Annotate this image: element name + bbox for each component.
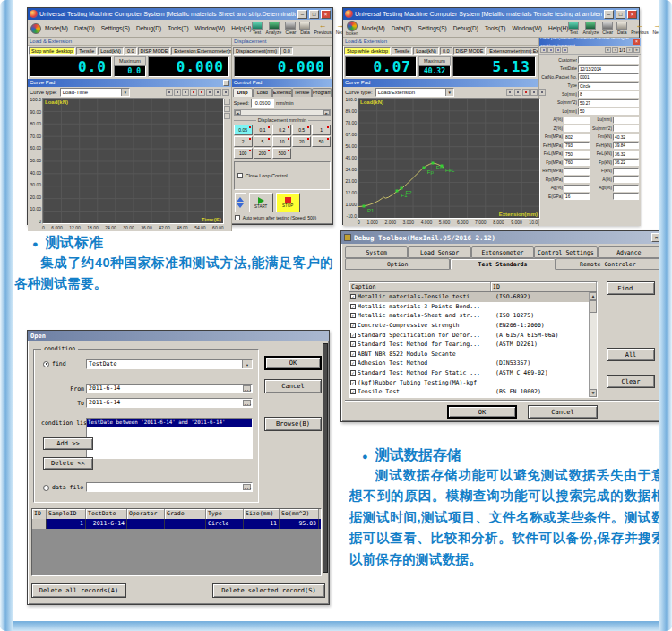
checkbox-icon[interactable]: ✓	[350, 389, 356, 394]
speed-scrollbar[interactable]: ◄►	[234, 109, 331, 116]
tool-icon[interactable]	[224, 99, 230, 105]
speed-button-8[interactable]: 20	[292, 136, 311, 147]
maximize-button[interactable]	[616, 10, 625, 19]
browse-file-icon[interactable]	[243, 484, 251, 490]
checkbox-icon[interactable]: ✓	[350, 351, 356, 357]
date-picker-icon[interactable]	[243, 400, 251, 406]
tab-3[interactable]: Control Settings	[534, 246, 597, 258]
toolbar-button-clear[interactable]: Clear	[602, 22, 613, 35]
toolbar-button-test[interactable]: Test	[568, 22, 579, 35]
tab-1[interactable]: Test Standards	[450, 258, 555, 270]
checkbox-icon[interactable]: ✓	[350, 370, 356, 376]
data-file-radio[interactable]	[43, 485, 49, 491]
titlebar[interactable]: Universal Testing Machine Computer Syste…	[28, 8, 332, 20]
find-button[interactable]: Find...	[607, 281, 655, 295]
speed-button-6[interactable]: 5	[254, 136, 272, 147]
cancel-button[interactable]: Cancel	[528, 405, 598, 419]
start-button[interactable]: START	[249, 193, 273, 212]
field-input[interactable]	[613, 168, 639, 175]
toolbar-button-analyze[interactable]: Analyze	[266, 22, 282, 35]
tool-icon[interactable]	[224, 113, 230, 119]
standard-row[interactable]: ✓Standard Test Method For Static ...(AST…	[349, 368, 597, 378]
column-header-4[interactable]: Grade	[165, 509, 206, 519]
marker-icon[interactable]	[198, 89, 205, 96]
standard-row[interactable]: ✓Metallic materials-3-Points Bend...	[349, 302, 597, 312]
field-input[interactable]	[564, 125, 590, 132]
standard-row[interactable]: ✓(kgf)Rubber Tubing Testing(MA)-kgf	[349, 377, 597, 387]
condition-item-selected[interactable]: TestDate between '2011-6-14' and '2011-6…	[87, 419, 252, 427]
field-input[interactable]	[564, 185, 590, 192]
toolbar-button-previous[interactable]: Previous	[631, 22, 648, 35]
minimize-button[interactable]	[297, 10, 307, 19]
close-button[interactable]	[627, 10, 637, 19]
pen-icon[interactable]	[522, 89, 530, 96]
refresh-icon[interactable]	[538, 89, 546, 96]
speed-button-4[interactable]: 1	[312, 125, 331, 135]
checkbox-icon[interactable]: ✓	[350, 313, 356, 318]
speed-button-2[interactable]: 0.2	[272, 125, 291, 135]
menu-item-6[interactable]: Help(H)	[231, 25, 251, 31]
records-row[interactable]: 12011-6-14Circle1195.03	[32, 519, 321, 529]
menu-item-3[interactable]: Debug(D)	[136, 25, 161, 31]
toolbar-button-clear[interactable]: Clear	[285, 22, 296, 35]
titlebar[interactable]: Debug Toolbox(MaxInil.95/2016 2.12)	[341, 231, 664, 244]
previous-record-icon[interactable]	[612, 47, 618, 53]
standard-row[interactable]: ✓Standard Test Method for Tearing...(AST…	[349, 340, 597, 350]
field-input[interactable]: 8	[578, 91, 639, 98]
pan-icon[interactable]	[174, 89, 181, 96]
open-icon[interactable]	[547, 47, 554, 53]
checkbox-icon[interactable]: ✓	[350, 323, 356, 328]
field-input[interactable]: 12/13/2014	[578, 65, 639, 73]
control-tab-0[interactable]: Disp	[233, 88, 253, 97]
find-radio[interactable]	[43, 361, 49, 367]
first-record-icon[interactable]	[605, 47, 611, 53]
field-input[interactable]	[564, 176, 590, 183]
field-input[interactable]: 50	[578, 108, 639, 115]
control-tab-4[interactable]: Program	[312, 88, 332, 97]
standard-row[interactable]: ✓Metallic materials-Sheet and str...(ISO…	[349, 311, 597, 321]
tab-2[interactable]: Extensometer	[471, 246, 534, 258]
menu-item-1[interactable]: Data(D)	[74, 25, 95, 31]
field-input[interactable]: 16	[564, 193, 590, 200]
field-input[interactable]	[613, 125, 639, 132]
titlebar[interactable]: Universal Testing Machine Computer Syste…	[343, 8, 639, 20]
speed-button-0[interactable]: 0.05	[234, 125, 253, 135]
pen-icon[interactable]	[190, 89, 197, 96]
cursor-icon[interactable]	[166, 89, 173, 96]
field-input[interactable]	[613, 185, 639, 192]
titlebar[interactable]: Open	[28, 331, 329, 341]
column-header-3[interactable]: Operator	[127, 509, 165, 519]
export-icon[interactable]	[214, 89, 221, 96]
column-header-5[interactable]: Type	[206, 509, 244, 519]
new-icon[interactable]	[540, 47, 547, 53]
condition-listbox[interactable]: TestDate between '2011-6-14' and '2011-6…	[86, 418, 253, 459]
delete-all-records-button[interactable]: Delete all records(A)	[31, 583, 126, 598]
speed-button-10[interactable]: 100	[234, 148, 253, 159]
speed-button-11[interactable]: 200	[254, 148, 272, 159]
toolbar-button-analyze[interactable]: Analyze	[582, 22, 599, 35]
column-header-6[interactable]: Size(mm)	[244, 509, 280, 519]
delete-selected-record-button[interactable]: Delete selected record(S)	[212, 583, 325, 598]
menu-item-3[interactable]: Debug(D)	[453, 25, 478, 31]
close-icon[interactable]	[633, 39, 640, 45]
checkbox-icon[interactable]: ✓	[350, 294, 356, 299]
field-input[interactable]	[613, 193, 639, 200]
clear-button[interactable]: Clear	[607, 375, 655, 388]
last-record-icon[interactable]	[633, 47, 640, 53]
records-header[interactable]: IDSampleIDTestDateOperatorGradeTypeSize(…	[32, 509, 321, 519]
date-picker-icon[interactable]	[243, 385, 251, 392]
field-input[interactable]: 50.27	[578, 99, 639, 107]
field-input[interactable]	[613, 117, 639, 124]
save-icon[interactable]	[555, 47, 561, 53]
column-header-7[interactable]: So(mm^2)	[280, 509, 319, 519]
curve-type-select[interactable]: Load-Time	[60, 88, 130, 97]
plot-area-empty[interactable]: Load(kN) Time(S)	[42, 98, 224, 224]
speed-button-12[interactable]: 500	[272, 148, 291, 159]
standard-row[interactable]: ✓Tensile Test(BS EN 10002)	[349, 387, 597, 397]
field-input[interactable]: 0001	[578, 73, 639, 81]
control-tab-3[interactable]: Tensile	[292, 88, 312, 97]
menu-item-4[interactable]: Tools(T)	[168, 25, 188, 31]
menu-item-5[interactable]: Window(W)	[512, 25, 542, 31]
print-icon[interactable]	[530, 89, 538, 96]
refresh-icon[interactable]	[222, 89, 229, 96]
